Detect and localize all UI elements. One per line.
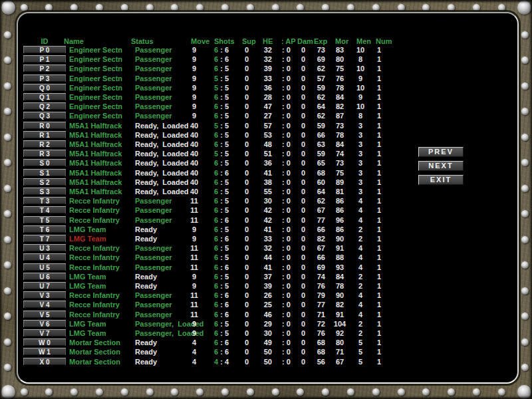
unit-id-button[interactable]: V 4: [23, 300, 66, 309]
unit-move: 40: [188, 178, 201, 187]
unit-id-button[interactable]: W 1: [23, 347, 66, 356]
unit-men: 10: [355, 84, 366, 92]
unit-id-button[interactable]: R 2: [23, 140, 66, 148]
unit-men: 2: [355, 225, 366, 234]
unit-id-button[interactable]: R 1: [23, 130, 66, 139]
unit-id-button[interactable]: T 4: [23, 205, 66, 214]
unit-id-button[interactable]: U 5: [23, 263, 66, 271]
unit-mor: 87: [332, 112, 348, 120]
unit-ap: : 0: [282, 338, 291, 347]
unit-shots: 6 : 5: [214, 102, 229, 111]
unit-dam: 0: [299, 206, 308, 215]
unit-name: M5A1 Halftrack: [69, 140, 122, 149]
unit-row: T 7LMG TeamReady96 : 6033: 00829021: [0, 234, 532, 243]
unit-name: Engineer Sectn: [69, 84, 122, 92]
column-header-status: Status: [131, 37, 154, 45]
unit-id-button[interactable]: P 0: [23, 45, 66, 54]
unit-sup: 0: [242, 244, 251, 253]
unit-exp: 65: [314, 159, 325, 168]
unit-status: Passenger: [135, 102, 172, 111]
exit-button[interactable]: EXIT: [418, 175, 464, 185]
unit-move: 9: [188, 273, 201, 281]
unit-exp: 74: [314, 273, 325, 281]
column-header-mor: Mor: [335, 37, 348, 45]
unit-row: X 0Mortar SectionReady44 : 4050: 0056675…: [0, 357, 532, 366]
unit-id-button[interactable]: P 2: [23, 64, 66, 72]
unit-id-button[interactable]: U 7: [23, 281, 66, 290]
unit-he: 37: [261, 273, 272, 281]
unit-sup: 0: [242, 358, 251, 366]
unit-id-button[interactable]: T 6: [23, 225, 66, 233]
unit-name: M5A1 Halftrack: [69, 178, 122, 187]
unit-id-button[interactable]: S 2: [23, 178, 66, 186]
unit-men: 4: [355, 206, 366, 215]
unit-id-button[interactable]: V 5: [23, 310, 66, 319]
unit-id-label: P 0: [40, 47, 50, 54]
unit-status: Ready, Loaded: [135, 131, 188, 140]
unit-id-button[interactable]: U 4: [23, 253, 66, 261]
unit-id-button[interactable]: R 0: [23, 121, 66, 130]
unit-id-label: U 7: [39, 283, 50, 290]
unit-exp: 59: [314, 122, 325, 130]
next-button[interactable]: NEXT: [418, 161, 464, 171]
unit-id-button[interactable]: V 7: [23, 329, 66, 337]
unit-id-button[interactable]: V 3: [23, 291, 66, 299]
prev-button[interactable]: PREV: [418, 147, 464, 157]
unit-id-button[interactable]: Q 3: [23, 111, 66, 120]
unit-ap: : 0: [282, 140, 291, 149]
unit-id-button[interactable]: Q 0: [23, 83, 66, 92]
unit-move: 40: [188, 122, 201, 130]
unit-exp: 62: [314, 93, 325, 102]
unit-ap: : 0: [282, 348, 291, 356]
unit-mor: 91: [332, 311, 348, 319]
unit-id-button[interactable]: X 0: [23, 357, 66, 366]
unit-num: 1: [375, 253, 383, 262]
unit-id-button[interactable]: T 5: [23, 215, 66, 224]
unit-id-label: U 4: [39, 254, 50, 261]
unit-exp: 59: [314, 150, 325, 158]
unit-dam: 0: [299, 273, 308, 281]
unit-id-button[interactable]: U 3: [23, 243, 66, 252]
unit-row: T 3Recce InfantryPassenger116 : 5030: 00…: [0, 196, 532, 205]
unit-shots: 5 : 5: [214, 122, 229, 130]
unit-id-button[interactable]: R 3: [23, 149, 66, 158]
unit-name: Recce Infantry: [69, 253, 120, 262]
unit-id-button[interactable]: W 0: [23, 338, 66, 346]
unit-id-button[interactable]: Q 2: [23, 102, 66, 110]
unit-id-button[interactable]: S 3: [23, 187, 66, 196]
unit-dam: 0: [299, 282, 308, 291]
unit-shots: 6 : 6: [214, 263, 229, 272]
unit-id-button[interactable]: T 3: [23, 196, 66, 205]
unit-status: Passenger: [135, 311, 172, 319]
unit-status: Ready: [135, 348, 157, 356]
unit-status: Ready: [135, 225, 157, 234]
unit-move: 4: [188, 338, 201, 347]
unit-he: 36: [261, 159, 272, 168]
unit-ap: : 0: [282, 253, 291, 262]
unit-id-button[interactable]: U 6: [23, 272, 66, 281]
unit-status: Ready: [135, 282, 157, 291]
unit-id-button[interactable]: Q 1: [23, 92, 66, 101]
unit-dam: 0: [299, 150, 308, 158]
unit-id-label: P 2: [40, 65, 50, 72]
unit-he: 42: [261, 216, 272, 225]
unit-move: 11: [188, 311, 201, 319]
unit-id-button[interactable]: V 6: [23, 319, 66, 328]
unit-mor: 90: [332, 235, 348, 243]
unit-id-button[interactable]: T 7: [23, 234, 66, 243]
unit-exp: 68: [314, 169, 325, 178]
unit-sup: 0: [242, 102, 251, 111]
unit-id-button[interactable]: P 1: [23, 55, 66, 63]
unit-men: 8: [355, 55, 366, 64]
unit-ap: : 0: [282, 235, 291, 243]
unit-dam: 0: [299, 235, 308, 243]
unit-men: 5: [355, 338, 366, 347]
unit-id-button[interactable]: S 0: [23, 158, 66, 167]
unit-id-button[interactable]: P 3: [23, 74, 66, 82]
unit-exp: 57: [314, 74, 325, 83]
unit-name: Recce Infantry: [69, 301, 120, 309]
unit-dam: 0: [299, 169, 308, 178]
unit-sup: 0: [242, 55, 251, 64]
unit-id-button[interactable]: S 1: [23, 168, 66, 177]
column-header-num: Num: [376, 37, 392, 45]
